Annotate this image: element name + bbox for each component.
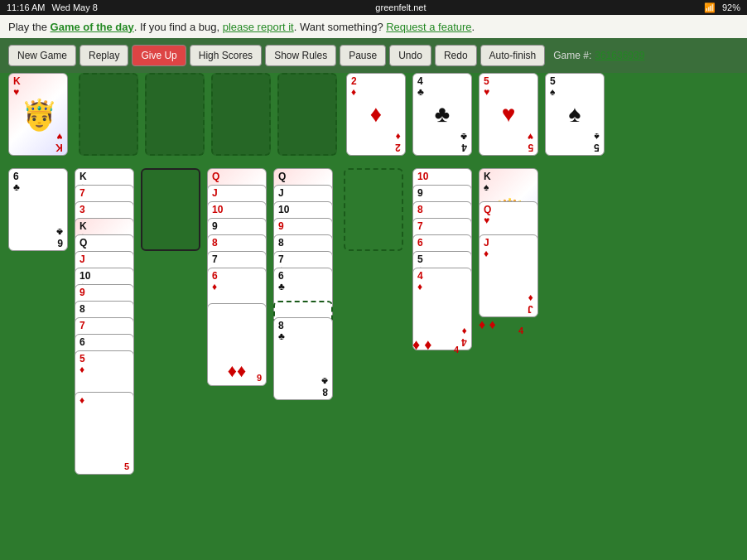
game-number-label: Game #: [553, 50, 591, 61]
card-pip: ♠ [569, 101, 581, 128]
card-label-br: 4♦ [461, 326, 467, 347]
card-label-br: 5♠ [594, 131, 600, 152]
foundation-slot-2[interactable] [145, 73, 205, 156]
col7-pip: ♦ ♦ [412, 336, 431, 354]
give-up-button[interactable]: Give Up [132, 45, 186, 66]
announce-bar: Play the Game of the day. If you find a … [0, 15, 747, 38]
card-label: 5♠ [550, 76, 556, 98]
col6-placeholder[interactable] [344, 168, 403, 251]
undo-button[interactable]: Undo [389, 45, 431, 66]
foundation-slot-1[interactable] [79, 73, 138, 156]
show-rules-button[interactable]: Show Rules [265, 45, 336, 66]
card-label: 4♣ [417, 76, 424, 98]
card-label-br: 8♣ [321, 375, 328, 397]
col8-num: 4 [518, 326, 523, 336]
card-label-br: K♥ [55, 131, 63, 152]
card-pip: ♣ [435, 101, 450, 128]
pause-button[interactable]: Pause [340, 45, 386, 66]
card-king-hearts[interactable]: K♥ 🤴 K♥ [8, 73, 68, 156]
game-of-day-link[interactable]: Game of the day [51, 21, 134, 33]
card-label: ♦ [80, 395, 84, 406]
card-label-br: 2♦ [395, 131, 401, 152]
card-label: 2♦ [351, 76, 357, 98]
replay-button[interactable]: Replay [80, 45, 128, 66]
card-4-clubs[interactable]: 4♣ ♣ 4♣ [412, 73, 472, 156]
empty-col-3[interactable] [141, 168, 200, 251]
game-number-link[interactable]: 361636939 [595, 50, 644, 61]
card-label: Q♥ [484, 205, 491, 226]
game-area: K♥ 🤴 K♥ 2♦ ♦ 2♦ 4♣ ♣ 4♣ 5♥ ♥ 5♥ 5♠ ♠ 5♠ … [0, 73, 747, 540]
card-label: 4♦ [417, 271, 423, 292]
card-label: 8♣ [278, 321, 285, 342]
card-num: 9 [257, 373, 262, 383]
battery-display: 92% [722, 2, 740, 13]
card-label: J♦ [484, 238, 489, 259]
card-pip: ♦ [370, 101, 382, 128]
toolbar: New Game Replay Give Up High Scores Show… [0, 38, 747, 73]
date-display: Wed May 8 [51, 2, 97, 12]
request-feature-link[interactable]: Request a feature [386, 21, 471, 33]
wifi-icon: 📶 [704, 2, 716, 13]
card-6-clubs[interactable]: 6♣ 6♣ [8, 168, 68, 251]
high-scores-button[interactable]: High Scores [190, 45, 262, 66]
col8-pip: ♦ ♦ [479, 317, 496, 332]
card-label: 6♣ [278, 271, 285, 292]
col7-num: 4 [454, 345, 459, 355]
card-label-br: 6♣ [56, 226, 63, 248]
diamond-pip: ♦♦ [228, 360, 246, 382]
announce-text: Play the Game of the day. If you find a … [8, 21, 475, 33]
card-j-col8[interactable]: J♦ J♦ [479, 234, 538, 317]
card-5-spades[interactable]: 5♠ ♠ 5♠ [545, 73, 605, 156]
card-8-clubs-col5-b[interactable]: 8♣ 8♣ [273, 317, 333, 400]
status-bar: 11:16 AM Wed May 8 greenfelt.net 📶 92% [0, 0, 747, 15]
card-label-br: 5♥ [528, 131, 533, 152]
card-label-br: J♦ [528, 292, 533, 314]
time-display: 11:16 AM [7, 2, 45, 12]
card-label: 5♥ [484, 76, 489, 98]
card-pip-diamonds-col4[interactable]: ♦♦ 9 [207, 303, 267, 386]
card-br: 5 [124, 461, 129, 471]
card-5-hearts[interactable]: 5♥ ♥ 5♥ [479, 73, 538, 156]
new-game-button[interactable]: New Game [8, 45, 76, 66]
card-label: 6♣ [13, 171, 20, 193]
site-name: greenfelt.net [375, 2, 426, 12]
redo-button[interactable]: Redo [435, 45, 477, 66]
report-bug-link[interactable]: please report it [223, 21, 294, 33]
card-pip: ♥ [502, 101, 516, 128]
card-label: 6♦ [212, 271, 218, 292]
card-label-br: 4♣ [460, 131, 467, 152]
auto-finish-button[interactable]: Auto-finish [480, 45, 546, 66]
foundation-slot-3[interactable] [211, 73, 271, 156]
foundation-slot-4[interactable] [277, 73, 337, 156]
card-label: 5♦ [80, 354, 85, 375]
card-bottom-diamonds-col2[interactable]: ♦ 5 [75, 392, 134, 475]
card-2-diamonds[interactable]: 2♦ ♦ 2♦ [346, 73, 406, 156]
